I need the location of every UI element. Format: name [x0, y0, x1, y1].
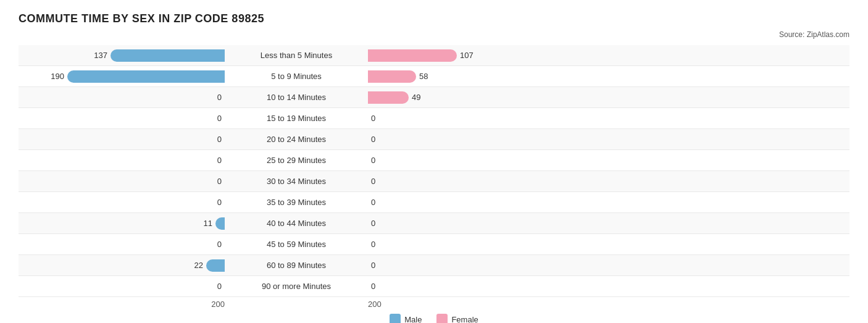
male-section: 0	[19, 91, 228, 104]
chart-row: 2260 to 89 Minutes0	[19, 255, 849, 276]
chart-container: 137Less than 5 Minutes1071905 to 9 Minut…	[19, 45, 849, 297]
chart-row: 020 to 24 Minutes0	[19, 129, 849, 150]
male-value: 11	[194, 219, 212, 228]
male-bar	[215, 217, 225, 230]
female-value: 49	[412, 93, 430, 102]
legend: Male Female	[19, 314, 849, 323]
female-bar	[368, 70, 416, 83]
row-label: 5 to 9 Minutes	[228, 72, 364, 81]
legend-female-box	[436, 314, 448, 323]
chart-row: 137Less than 5 Minutes107	[19, 45, 849, 66]
legend-male-box	[390, 314, 401, 323]
male-value: 0	[203, 282, 222, 291]
female-section: 0	[364, 259, 574, 272]
chart-row: 045 to 59 Minutes0	[19, 234, 849, 255]
male-value: 0	[203, 114, 222, 123]
female-section: 0	[364, 196, 574, 209]
male-section: 0	[19, 238, 228, 251]
source-label: Source: ZipAtlas.com	[19, 30, 849, 39]
male-section: 0	[19, 175, 228, 188]
male-value: 137	[89, 51, 107, 60]
chart-row: 1140 to 44 Minutes0	[19, 213, 849, 234]
male-value: 0	[203, 240, 222, 249]
legend-female-label: Female	[451, 315, 478, 324]
male-section: 0	[19, 112, 228, 125]
row-label: 10 to 14 Minutes	[228, 93, 364, 102]
female-value: 0	[371, 261, 390, 270]
female-value: 0	[371, 177, 390, 186]
male-value: 0	[203, 135, 222, 144]
female-bar	[368, 49, 457, 62]
male-value: 0	[203, 177, 222, 186]
chart-row: 035 to 39 Minutes0	[19, 192, 849, 213]
axis-left-label: 200	[19, 300, 228, 309]
legend-male: Male	[390, 314, 422, 323]
row-label: 35 to 39 Minutes	[228, 198, 364, 207]
female-section: 0	[364, 238, 574, 251]
male-section: 11	[19, 217, 228, 230]
row-label: 15 to 19 Minutes	[228, 114, 364, 123]
chart-row: 015 to 19 Minutes0	[19, 108, 849, 129]
page-title: COMMUTE TIME BY SEX IN ZIP CODE 89825	[19, 12, 849, 25]
male-value: 0	[203, 198, 222, 207]
axis-row: 200 200	[19, 300, 849, 309]
female-value: 58	[419, 72, 438, 81]
female-section: 49	[364, 91, 574, 104]
male-section: 0	[19, 280, 228, 293]
row-label: 45 to 59 Minutes	[228, 240, 364, 249]
axis-right-label: 200	[364, 300, 574, 309]
female-value: 0	[371, 156, 390, 165]
male-bar	[111, 49, 225, 62]
female-section: 0	[364, 154, 574, 167]
female-section: 0	[364, 112, 574, 125]
male-section: 0	[19, 196, 228, 209]
male-section: 0	[19, 133, 228, 146]
chart-row: 1905 to 9 Minutes58	[19, 66, 849, 87]
male-section: 0	[19, 154, 228, 167]
row-label: Less than 5 Minutes	[228, 51, 364, 60]
row-label: 60 to 89 Minutes	[228, 261, 364, 270]
female-value: 0	[371, 219, 390, 228]
female-value: 0	[371, 135, 390, 144]
male-bar	[67, 70, 225, 83]
row-label: 90 or more Minutes	[228, 282, 364, 291]
female-value: 107	[460, 51, 478, 60]
legend-female: Female	[436, 314, 478, 323]
male-value: 190	[46, 72, 64, 81]
male-value: 0	[203, 156, 222, 165]
female-section: 0	[364, 280, 574, 293]
row-label: 30 to 34 Minutes	[228, 177, 364, 186]
male-bar	[206, 259, 225, 272]
male-section: 190	[19, 70, 228, 83]
female-bar	[368, 91, 409, 104]
chart-row: 025 to 29 Minutes0	[19, 150, 849, 171]
female-value: 0	[371, 282, 390, 291]
female-section: 0	[364, 217, 574, 230]
female-value: 0	[371, 198, 390, 207]
male-value: 0	[203, 93, 222, 102]
female-section: 107	[364, 49, 574, 62]
female-value: 0	[371, 114, 390, 123]
legend-male-label: Male	[404, 315, 422, 324]
row-label: 20 to 24 Minutes	[228, 135, 364, 144]
female-value: 0	[371, 240, 390, 249]
chart-row: 030 to 34 Minutes0	[19, 171, 849, 192]
chart-row: 090 or more Minutes0	[19, 276, 849, 297]
female-section: 0	[364, 133, 574, 146]
chart-row: 010 to 14 Minutes49	[19, 87, 849, 108]
male-section: 22	[19, 259, 228, 272]
female-section: 58	[364, 70, 574, 83]
female-section: 0	[364, 175, 574, 188]
male-section: 137	[19, 49, 228, 62]
row-label: 25 to 29 Minutes	[228, 156, 364, 165]
row-label: 40 to 44 Minutes	[228, 219, 364, 228]
male-value: 22	[185, 261, 203, 270]
